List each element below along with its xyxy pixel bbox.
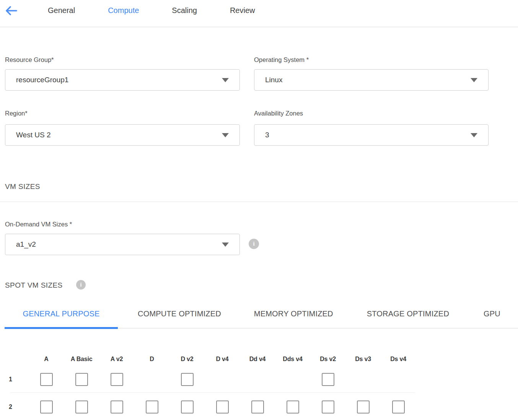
checkbox-ds-v2-row-1[interactable] <box>322 373 334 386</box>
chevron-down-icon <box>222 133 229 137</box>
checkbox-a-basic-row-2[interactable] <box>75 400 88 413</box>
chevron-down-icon <box>222 243 229 247</box>
column-header-a-basic: A Basic <box>71 356 93 363</box>
region-select[interactable]: West US 2 <box>5 124 240 146</box>
spot-tab-memory-optimized[interactable]: MEMORY OPTIMIZED <box>254 304 333 329</box>
column-header-d: D <box>150 356 154 363</box>
column-header-ds-v2: Ds v2 <box>320 356 336 363</box>
checkbox-a-row-1[interactable] <box>40 373 53 386</box>
wizard-tab-general[interactable]: General <box>48 6 75 15</box>
checkbox-ds-v3-row-2[interactable] <box>357 400 370 413</box>
region-value: West US 2 <box>16 131 50 139</box>
column-header-dd-v4: Dd v4 <box>249 356 266 363</box>
column-header-dds-v4: Dds v4 <box>283 356 302 363</box>
operating-system-label: Operating System * <box>254 56 309 63</box>
column-header-ds-v4: Ds v4 <box>390 356 406 363</box>
column-header-a: A <box>44 356 48 363</box>
checkbox-d-row-2[interactable] <box>146 400 158 413</box>
column-header-ds-v3: Ds v3 <box>355 356 371 363</box>
operating-system-select[interactable]: Linux <box>254 69 489 91</box>
on-demand-vm-sizes-select[interactable]: a1_v2 <box>5 234 240 255</box>
wizard-step-tabs: GeneralComputeScalingReview <box>48 6 255 15</box>
info-icon[interactable]: i <box>249 239 259 249</box>
checkbox-ds-v4-row-2[interactable] <box>392 400 405 413</box>
row-label-2: 2 <box>9 404 12 410</box>
checkbox-a-v2-row-1[interactable] <box>111 373 123 386</box>
spot-vm-category-tabs: GENERAL PURPOSECOMPUTE OPTIMIZEDMEMORY O… <box>5 304 518 329</box>
column-header-d-v4: D v4 <box>216 356 229 363</box>
on-demand-vm-sizes-label: On-Demand VM Sizes * <box>5 221 72 228</box>
vm-sizes-section-title: VM SIZES <box>5 182 40 191</box>
resource-group-label: Resource Group* <box>5 56 54 63</box>
nav-divider <box>0 27 518 27</box>
spot-tab-gpu[interactable]: GPU <box>484 304 500 329</box>
checkbox-dds-v4-row-2[interactable] <box>287 400 299 413</box>
column-header-d-v2: D v2 <box>181 356 194 363</box>
checkbox-dd-v4-row-2[interactable] <box>251 400 264 413</box>
wizard-tab-scaling[interactable]: Scaling <box>172 6 197 15</box>
checkbox-a-row-2[interactable] <box>40 400 53 413</box>
row-label-1: 1 <box>9 376 12 383</box>
on-demand-vm-sizes-value: a1_v2 <box>16 240 36 249</box>
section-divider <box>0 202 518 202</box>
chevron-down-icon <box>222 78 229 82</box>
spot-vm-sizes-section-title: SPOT VM SIZES <box>5 281 63 290</box>
checkbox-d-v2-row-2[interactable] <box>181 400 194 413</box>
table-row-divider <box>10 392 415 393</box>
chevron-down-icon <box>471 133 477 137</box>
operating-system-value: Linux <box>265 76 282 84</box>
availability-zones-select[interactable]: 3 <box>254 124 489 146</box>
spot-tab-storage-optimized[interactable]: STORAGE OPTIMIZED <box>367 304 449 329</box>
resource-group-value: resourceGroup1 <box>16 76 68 84</box>
checkbox-d-v2-row-1[interactable] <box>181 373 194 386</box>
spot-tab-general-purpose[interactable]: GENERAL PURPOSE <box>5 304 118 329</box>
spot-tab-compute-optimized[interactable]: COMPUTE OPTIMIZED <box>138 304 221 329</box>
wizard-tab-compute[interactable]: Compute <box>108 6 139 15</box>
region-label: Region* <box>5 110 28 117</box>
checkbox-ds-v2-row-2[interactable] <box>322 400 334 413</box>
chevron-down-icon <box>471 78 477 82</box>
availability-zones-value: 3 <box>265 131 269 139</box>
column-header-a-v2: A v2 <box>111 356 123 363</box>
spot-vm-sizes-table: AA BasicA v2DD v2D v4Dd v4Dds v4Ds v2Ds … <box>0 354 518 420</box>
availability-zones-label: Availability Zones <box>254 110 303 117</box>
back-button[interactable] <box>4 4 18 17</box>
checkbox-a-basic-row-1[interactable] <box>75 373 88 386</box>
checkbox-d-v4-row-2[interactable] <box>216 400 229 413</box>
info-icon[interactable]: i <box>76 280 86 290</box>
checkbox-a-v2-row-2[interactable] <box>111 400 123 413</box>
wizard-tab-review[interactable]: Review <box>230 6 255 15</box>
arrow-left-icon <box>4 4 18 17</box>
resource-group-select[interactable]: resourceGroup1 <box>5 69 240 91</box>
